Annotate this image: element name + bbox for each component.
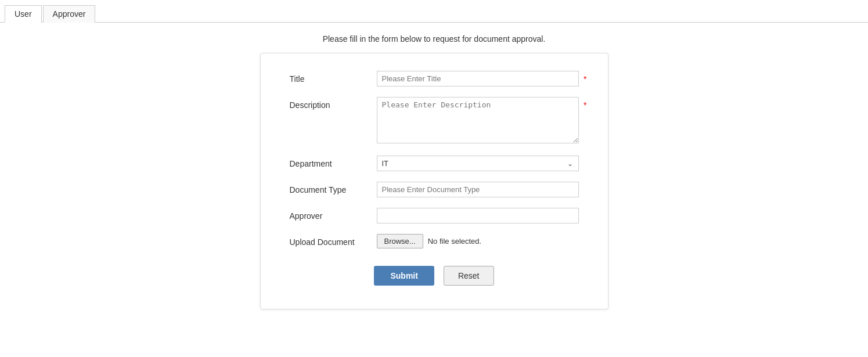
upload-document-label: Upload Document <box>290 234 377 247</box>
approver-input[interactable] <box>377 208 579 223</box>
document-type-field-wrapper <box>377 182 579 197</box>
tabs-container: User Approver <box>0 0 868 23</box>
description-textarea[interactable] <box>377 97 579 143</box>
title-input[interactable] <box>377 71 579 86</box>
reset-button[interactable]: Reset <box>444 266 494 286</box>
submit-button[interactable]: Submit <box>374 266 434 286</box>
document-type-input[interactable] <box>377 182 579 197</box>
document-type-row: Document Type <box>290 182 579 197</box>
description-row: Description * <box>290 97 579 145</box>
page-content: Please fill in the form below to request… <box>0 23 868 309</box>
department-row: Department IT HR Finance Operations ⌄ <box>290 156 579 171</box>
department-select[interactable]: IT HR Finance Operations <box>377 156 579 171</box>
description-label: Description <box>290 97 377 110</box>
department-field-wrapper: IT HR Finance Operations ⌄ <box>377 156 579 171</box>
form-card: Title * Description * Department IT HR <box>260 53 608 309</box>
approver-label: Approver <box>290 208 377 221</box>
approver-row: Approver <box>290 208 579 223</box>
buttons-row: Submit Reset <box>290 266 579 286</box>
tab-user[interactable]: User <box>5 5 42 23</box>
browse-button[interactable]: Browse... <box>377 234 423 248</box>
title-field-wrapper: * <box>377 71 579 86</box>
approver-field-wrapper <box>377 208 579 223</box>
department-select-wrapper: IT HR Finance Operations ⌄ <box>377 156 579 171</box>
description-field-wrapper: * <box>377 97 579 145</box>
upload-document-row: Upload Document Browse... No file select… <box>290 234 579 248</box>
department-label: Department <box>290 156 377 168</box>
tab-approver[interactable]: Approver <box>43 5 96 23</box>
file-name-text: No file selected. <box>428 237 482 246</box>
description-required-star: * <box>584 100 586 110</box>
title-required-star: * <box>584 74 586 84</box>
document-type-label: Document Type <box>290 182 377 194</box>
title-label: Title <box>290 71 377 84</box>
file-upload-wrapper: Browse... No file selected. <box>377 234 579 248</box>
intro-text: Please fill in the form below to request… <box>323 34 546 44</box>
upload-document-field-wrapper: Browse... No file selected. <box>377 234 579 248</box>
title-row: Title * <box>290 71 579 86</box>
